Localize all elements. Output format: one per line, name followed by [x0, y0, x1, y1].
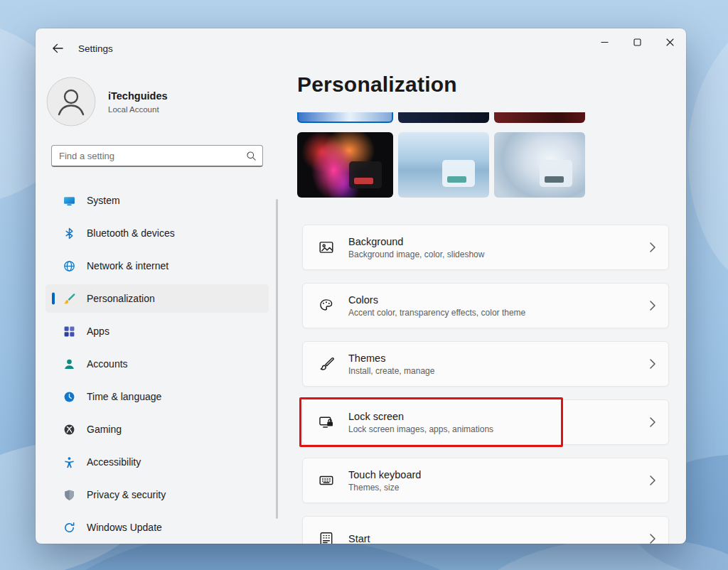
start-icon: [318, 531, 334, 544]
avatar: [46, 77, 96, 127]
brush-icon: [318, 356, 334, 372]
sidebar-item-time-language[interactable]: Time & language: [46, 382, 269, 411]
palette-icon: [318, 298, 334, 313]
sidebar-item-label: Accounts: [87, 358, 128, 370]
chevron-right-icon: [650, 359, 655, 369]
settings-cards: Background Background image, color, slid…: [302, 225, 669, 544]
card-themes[interactable]: Themes Install, create, manage: [302, 341, 669, 387]
bluetooth-icon: [63, 227, 75, 240]
sidebar-item-accessibility[interactable]: Accessibility: [46, 448, 269, 476]
apps-grid-icon: [63, 325, 75, 338]
back-arrow-icon: [52, 43, 63, 53]
back-button[interactable]: [47, 38, 68, 58]
shield-icon: [63, 488, 75, 501]
chevron-right-icon: [650, 534, 655, 544]
theme-thumbnail-selected-partial[interactable]: [297, 112, 393, 123]
chevron-right-icon: [650, 417, 655, 427]
user-profile[interactable]: iTechguides Local Account: [46, 77, 168, 127]
main-content: Personalization: [297, 28, 678, 544]
sidebar-item-apps[interactable]: Apps: [46, 317, 269, 345]
card-title: Colors: [348, 294, 525, 306]
xbox-gaming-icon: [63, 423, 75, 436]
search-box[interactable]: [51, 145, 263, 167]
card-subtitle: Install, create, manage: [348, 366, 434, 376]
theme-thumbnail-blue-swirl[interactable]: [494, 132, 585, 198]
chevron-right-icon: [650, 475, 655, 485]
theme-thumbnail-dark-flower[interactable]: [297, 132, 393, 198]
sidebar-item-label: Personalization: [87, 293, 155, 304]
keyboard-icon: [318, 473, 334, 488]
sidebar-item-accounts[interactable]: Accounts: [46, 350, 269, 378]
card-touch-keyboard[interactable]: Touch keyboard Themes, size: [302, 458, 669, 503]
sidebar-scrollbar[interactable]: [276, 199, 278, 519]
theme-thumbnails-row-partial: [297, 112, 585, 123]
sidebar-item-label: Time & language: [87, 391, 161, 402]
accessibility-person-icon: [63, 456, 75, 468]
image-icon: [318, 240, 334, 255]
selected-indicator: [52, 293, 55, 305]
user-info: iTechguides Local Account: [108, 90, 168, 114]
account-type: Local Account: [108, 105, 168, 114]
sidebar-item-gaming[interactable]: Gaming: [46, 415, 269, 443]
lock-screen-icon: [318, 414, 334, 430]
theme-accent-preview: [349, 161, 382, 188]
theme-accent-preview: [540, 160, 572, 187]
card-title: Background: [348, 236, 484, 247]
sidebar-item-privacy-security[interactable]: Privacy & security: [46, 480, 269, 509]
theme-thumbnail-light-landscape[interactable]: [398, 132, 489, 198]
sidebar-nav: System Bluetooth & devices Network & int…: [46, 186, 269, 544]
system-icon: [63, 194, 75, 207]
theme-accent-swatch: [354, 178, 373, 184]
sidebar-item-label: Privacy & security: [87, 489, 166, 500]
sidebar-item-label: Network & internet: [87, 260, 168, 271]
card-subtitle: Background image, color, slideshow: [348, 249, 484, 259]
theme-accent-swatch: [447, 176, 466, 183]
sidebar-item-label: Accessibility: [87, 456, 141, 468]
network-globe-icon: [63, 259, 75, 272]
windows-update-icon: [63, 521, 75, 534]
theme-thumbnail-partial[interactable]: [398, 112, 489, 123]
theme-thumbnails-row: [297, 132, 585, 198]
theme-accent-swatch: [545, 176, 564, 183]
card-title: Start: [348, 533, 370, 544]
card-background[interactable]: Background Background image, color, slid…: [302, 225, 669, 270]
card-title: Themes: [348, 353, 434, 364]
card-subtitle: Lock screen images, apps, animations: [348, 424, 493, 434]
sidebar-item-network-internet[interactable]: Network & internet: [46, 252, 269, 280]
card-colors[interactable]: Colors Accent color, transparency effect…: [302, 283, 669, 328]
sidebar-item-label: Gaming: [87, 424, 122, 435]
search-input[interactable]: [59, 151, 246, 161]
page-title: Personalization: [297, 72, 457, 97]
personalization-brush-icon: [63, 292, 75, 305]
sidebar-item-label: System: [87, 195, 120, 206]
card-title: Touch keyboard: [348, 469, 421, 480]
sidebar-item-personalization[interactable]: Personalization: [46, 284, 269, 313]
settings-window: Settings iTechguides Local Account: [36, 28, 686, 544]
user-name: iTechguides: [108, 90, 168, 102]
sidebar-item-bluetooth-devices[interactable]: Bluetooth & devices: [46, 219, 269, 247]
search-icon: [246, 151, 257, 161]
card-subtitle: Themes, size: [348, 483, 421, 493]
sidebar-item-system[interactable]: System: [46, 186, 269, 215]
accounts-person-icon: [63, 357, 75, 370]
sidebar-item-label: Apps: [87, 326, 109, 337]
card-title: Lock screen: [348, 411, 493, 422]
theme-thumbnail-partial[interactable]: [494, 112, 585, 123]
sidebar-item-label: Bluetooth & devices: [87, 227, 175, 239]
sidebar-item-windows-update[interactable]: Windows Update: [46, 513, 269, 542]
clock-icon: [63, 390, 75, 403]
chevron-right-icon: [650, 301, 655, 311]
card-subtitle: Accent color, transparency effects, colo…: [348, 308, 525, 318]
window-title: Settings: [78, 43, 113, 54]
chevron-right-icon: [650, 242, 655, 252]
theme-accent-preview: [442, 160, 475, 187]
card-start[interactable]: Start: [302, 516, 669, 544]
sidebar-item-label: Windows Update: [87, 522, 162, 533]
card-lock-screen[interactable]: Lock screen Lock screen images, apps, an…: [302, 399, 669, 445]
